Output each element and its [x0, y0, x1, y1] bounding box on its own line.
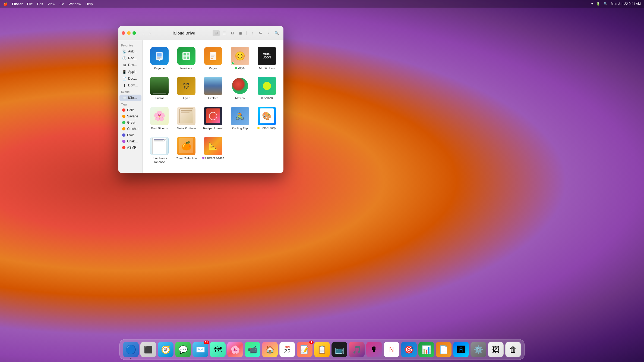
dock-facetime[interactable]: 📹: [245, 342, 260, 357]
file-item-mud-udon[interactable]: MUD+ UDON MUD+Udon: [254, 45, 279, 72]
menubar-search[interactable]: 🔍: [604, 2, 608, 6]
content-area[interactable]: Keynote: [143, 40, 283, 173]
sidebar-item-downloads[interactable]: ⬇ Downloads: [119, 82, 141, 89]
menu-file[interactable]: File: [27, 2, 33, 6]
apple-menu[interactable]: 🍎: [3, 2, 8, 6]
sidebar-item-caliente[interactable]: Caliente: [119, 107, 141, 113]
sidebar-item-owls[interactable]: Owls: [119, 132, 141, 138]
search-button[interactable]: 🔍: [273, 30, 280, 36]
maximize-button[interactable]: [132, 31, 136, 35]
menu-help[interactable]: Help: [86, 2, 93, 6]
app-name[interactable]: Finder: [12, 2, 23, 6]
keynote-icon: [150, 47, 169, 65]
sidebar-item-chakras[interactable]: Chakras: [119, 138, 141, 144]
file-item-meija-portfolio[interactable]: Meija Portfolio: [174, 105, 199, 132]
file-item-current-styles[interactable]: 📐 Current Styles: [201, 135, 226, 166]
menu-window[interactable]: Window: [68, 2, 81, 6]
close-button[interactable]: [122, 31, 125, 35]
dock-maps[interactable]: 🗺: [210, 342, 226, 357]
back-button[interactable]: ‹: [140, 30, 146, 36]
dock-notes[interactable]: 📋: [314, 342, 330, 357]
sidebar-label-savage: Savage: [127, 114, 138, 118]
dock-podcasts[interactable]: 🎙: [366, 342, 382, 357]
june-press-release-label: June Press Release: [149, 156, 170, 164]
dock-tv[interactable]: 📺: [332, 342, 347, 357]
dock-reminders[interactable]: 📝 1: [297, 342, 312, 357]
sidebar-item-icloud-drive[interactable]: ☁️ iCloud Drive: [119, 95, 141, 101]
menu-view[interactable]: View: [48, 2, 55, 6]
dock-music[interactable]: 🎵: [349, 342, 365, 357]
minimize-button[interactable]: [127, 31, 131, 35]
dock-appstore[interactable]: 🅰: [453, 342, 469, 357]
file-item-recipe-journal[interactable]: Recipe Journal: [201, 105, 226, 132]
file-item-keynote[interactable]: Keynote: [147, 45, 172, 72]
menu-edit[interactable]: Edit: [37, 2, 43, 6]
menu-go[interactable]: Go: [59, 2, 64, 6]
recipe-journal-label: Recipe Journal: [203, 126, 223, 130]
file-item-color-collection[interactable]: 🍊 Color Collection: [174, 135, 199, 166]
june-press-release-icon: [150, 137, 169, 155]
file-item-june-press-release[interactable]: June Press Release: [147, 135, 172, 166]
splash-icon: [258, 77, 276, 95]
view-gallery-button[interactable]: ▦: [237, 30, 244, 36]
sidebar-item-crochet[interactable]: Crochet: [119, 126, 141, 132]
sidebar-item-desktop[interactable]: 🖥 Desktop: [119, 62, 141, 68]
share-button[interactable]: ↑: [249, 30, 256, 36]
file-item-cycling-trip[interactable]: 🚴 Cycling Trip: [228, 105, 252, 132]
svg-rect-12: [211, 53, 215, 53]
file-item-bold-blooms[interactable]: 🌸 Bold Blooms: [147, 105, 172, 132]
tag-button[interactable]: 🏷: [257, 30, 264, 36]
dock-calendar[interactable]: JUN 22: [279, 342, 295, 357]
file-item-explore[interactable]: Explore: [201, 74, 226, 102]
pages-label: Pages: [209, 66, 217, 70]
file-item-aliya[interactable]: 😊 Aliya: [228, 45, 252, 72]
file-item-mexico[interactable]: Mexico: [228, 74, 252, 102]
file-item-splash[interactable]: Splash: [254, 74, 279, 102]
bold-blooms-icon: 🌸: [150, 107, 169, 125]
futsal-icon: [150, 77, 169, 95]
dock-photos[interactable]: 🌸: [227, 342, 243, 357]
aliya-dot: [235, 67, 237, 69]
dock-finder[interactable]: 🔵: [123, 342, 139, 357]
forward-button[interactable]: ›: [147, 30, 153, 36]
menubar-datetime: Mon Jun 22 9:41 AM: [611, 2, 641, 6]
dock-home[interactable]: 🏠: [262, 342, 278, 357]
sidebar-item-asmr[interactable]: ASMR: [119, 145, 141, 151]
pages-icon: [204, 47, 222, 65]
sidebar-item-recents[interactable]: 🕐 Recents: [119, 55, 141, 61]
file-item-futsal[interactable]: Futsal: [147, 74, 172, 102]
dock-mail[interactable]: ✉️ 11: [192, 342, 208, 357]
sidebar-label-asmr: ASMR: [127, 146, 137, 149]
sidebar-item-airdrop[interactable]: 📡 AirDrop: [119, 48, 141, 55]
sidebar-item-savage[interactable]: Savage: [119, 113, 141, 119]
file-item-pages[interactable]: Pages: [201, 45, 226, 72]
dock-trash[interactable]: 🗑: [505, 342, 521, 357]
dock-keynote[interactable]: 🎯: [401, 342, 417, 357]
dock-safari[interactable]: 🧭: [158, 342, 173, 357]
dock-preview[interactable]: 🖼: [488, 342, 504, 357]
dock-messages[interactable]: 💬: [175, 342, 191, 357]
file-item-flyer[interactable]: 2021FLY Flyer: [174, 74, 199, 102]
more-button[interactable]: »: [265, 30, 272, 36]
file-item-color-study[interactable]: 🎨 Color Study: [254, 105, 279, 132]
view-columns-button[interactable]: ⊟: [229, 30, 236, 36]
sidebar-item-applications[interactable]: 📱 Applications: [119, 68, 141, 75]
desktop-icon: 🖥: [122, 63, 127, 67]
dock-launchpad[interactable]: ⬛: [140, 342, 156, 357]
aliya-icon: 😊: [231, 47, 249, 65]
view-list-button[interactable]: ☰: [221, 30, 228, 36]
sidebar-item-great[interactable]: Great: [119, 120, 141, 126]
dock-system-preferences[interactable]: ⚙️: [471, 342, 486, 357]
dock-numbers[interactable]: 📊: [418, 342, 434, 357]
sidebar-item-documents[interactable]: 📄 Documents: [119, 75, 141, 82]
file-item-numbers[interactable]: Numbers: [174, 45, 199, 72]
svg-rect-13: [211, 54, 215, 54]
view-icon-button[interactable]: ⊞: [213, 30, 220, 36]
dock-pages[interactable]: 📄: [436, 342, 452, 357]
sidebar-label-great: Great: [127, 121, 135, 124]
flyer-icon: 2021FLY: [177, 77, 195, 95]
dock-news[interactable]: N: [384, 342, 399, 357]
recents-icon: 🕐: [122, 56, 127, 60]
current-styles-label: Current Styles: [205, 156, 224, 160]
sidebar-label-airdrop: AirDrop: [128, 49, 139, 53]
